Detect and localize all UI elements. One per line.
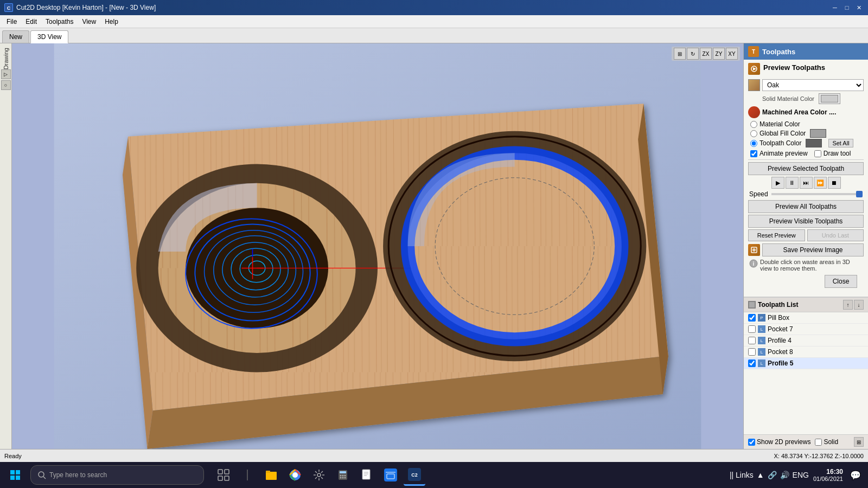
speed-label: Speed [749,190,768,198]
calculator-button[interactable] [332,464,354,486]
toolpath-item-pocket-8[interactable]: L Pocket 8 [744,346,868,358]
svg-rect-52 [225,476,229,480]
close-button[interactable]: Close [825,275,857,288]
show-2d-previews-label: Show 2D previews [757,438,810,446]
speed-slider[interactable] [771,193,863,195]
task-view-button[interactable] [213,464,234,486]
minimize-button[interactable]: ─ [830,3,840,12]
show-2d-previews-checkbox[interactable] [748,439,755,446]
clock[interactable]: 16:30 01/06/2021 [813,468,843,482]
reset-preview-button[interactable]: Reset Preview [748,229,805,241]
chrome-button[interactable] [284,464,306,486]
expand-icon[interactable]: ▲ [757,471,764,479]
pause-button[interactable]: ⏸ [786,177,799,189]
toolpath-list-title: Toolpath List [748,301,798,309]
draw-tool-2[interactable]: ○ [1,80,11,90]
toolpath-color-swatch[interactable] [806,139,822,147]
svg-marker-40 [753,67,756,70]
toolpath-up-button[interactable]: ↑ [843,300,853,310]
draw-tool-1[interactable]: ▷ [1,69,11,79]
preview-selected-button[interactable]: Preview Selected Toolpath [748,162,864,175]
window-controls[interactable]: ─ □ ✕ [830,3,864,12]
preview-title: Preview Toolpaths [763,63,825,72]
global-fill-label: Global Fill Color [760,130,806,137]
settings-button[interactable] [308,464,330,486]
file-explorer-button[interactable] [260,464,282,486]
toolpath-item-profile-4[interactable]: L Profile 4 [744,335,868,346]
svg-point-58 [317,473,321,477]
menu-toolpaths[interactable]: Toolpaths [41,17,78,27]
solid-label: Solid [824,438,838,446]
taskbar-right: || Links ▲ 🔗 🔊 ENG 16:30 01/06/2021 💬 [730,467,864,483]
toolpath-list-icons: ↑ ↓ [843,300,864,310]
notification-button[interactable]: 💬 [847,467,864,483]
animate-preview-checkbox[interactable] [750,150,757,157]
solid-material-color-picker[interactable] [819,93,840,104]
menu-view[interactable]: View [78,17,100,27]
solid-checkbox[interactable] [815,439,822,446]
vp-xy-btn[interactable]: XY [726,48,738,60]
network-icon[interactable]: 🔗 [768,471,777,479]
search-box[interactable]: Type here to search [30,465,204,485]
viewport: ⊞ ↻ ZX ZY XY [12,43,743,449]
profile-5-checkbox[interactable] [748,359,756,367]
svg-line-48 [43,477,46,479]
task-view-icon [218,469,229,481]
pocket-7-checkbox[interactable] [748,325,756,333]
save-preview-image-button[interactable]: Save Preview Image [762,243,864,256]
calculator-icon [337,469,349,481]
vp-zy-btn[interactable]: ZY [713,48,725,60]
vp-home-btn[interactable]: ⊞ [674,48,686,60]
vp-rotate-btn[interactable]: ↻ [687,48,699,60]
tab-new[interactable]: New [2,30,29,43]
preview-all-button[interactable]: Preview All Toolpaths [748,200,864,213]
preview-section-icon [748,63,760,75]
svg-rect-50 [225,470,229,474]
clock-date: 01/06/2021 [813,476,843,482]
draw-tool-label: Draw tool [824,150,851,157]
vp-zx-btn[interactable]: ZX [700,48,712,60]
stop-button[interactable]: ⏹ [828,177,841,189]
windows-icon [10,470,20,480]
cut2d-button[interactable]: C2 [404,464,425,486]
menu-help[interactable]: Help [100,17,123,27]
material-select[interactable]: Oak Pine Walnut MDF Aluminum [762,79,864,91]
draw-tool-checkbox[interactable] [814,150,821,157]
panel-expand-button[interactable]: ⊞ [854,437,864,447]
toolpath-item-pill-box[interactable]: P Pill Box [744,312,868,324]
pocket-8-checkbox[interactable] [748,348,756,356]
fast-forward-button[interactable]: ⏩ [814,177,827,189]
global-fill-color-swatch[interactable] [810,129,826,138]
menu-edit[interactable]: Edit [21,17,41,27]
system-icons: || Links ▲ 🔗 🔊 ENG [730,471,809,479]
browser-button[interactable] [380,464,401,486]
toolpath-item-pocket-7[interactable]: L Pocket 7 [744,324,868,335]
toolpath-item-profile-5[interactable]: L Profile 5 [744,358,868,369]
pocket-7-name: Pocket 7 [768,325,793,333]
language-icon: ENG [793,471,809,479]
play-button[interactable]: ▶ [771,177,784,189]
toolpath-color-radio-input[interactable] [750,140,757,147]
main-area: Drawing ▷ ○ ⊞ ↻ ZX ZY XY [0,43,868,449]
profile-4-checkbox[interactable] [748,337,756,344]
svg-text:C: C [7,5,11,11]
pill-box-checkbox[interactable] [748,314,756,322]
start-button[interactable] [4,464,26,486]
file-explorer-icon [265,468,278,481]
skip-end-button[interactable]: ⏭ [800,177,813,189]
tab-3dview[interactable]: 3D View [30,30,68,43]
material-color-radio-input[interactable] [750,121,757,128]
close-button[interactable]: ✕ [854,3,864,12]
volume-icon[interactable]: 🔊 [780,471,789,479]
toolpath-down-button[interactable]: ↓ [854,300,864,310]
speed-thumb[interactable] [856,191,863,197]
document-button[interactable] [356,464,378,486]
global-fill-radio-input[interactable] [750,130,757,137]
speed-row: Speed [748,190,864,198]
undo-last-button[interactable]: Undo Last [807,229,864,241]
menu-bar: File Edit Toolpaths View Help [0,15,868,28]
maximize-button[interactable]: □ [842,3,852,12]
set-all-button[interactable]: Set All [828,139,853,147]
menu-file[interactable]: File [2,17,21,27]
preview-visible-button[interactable]: Preview Visible Toolpaths [748,215,864,228]
